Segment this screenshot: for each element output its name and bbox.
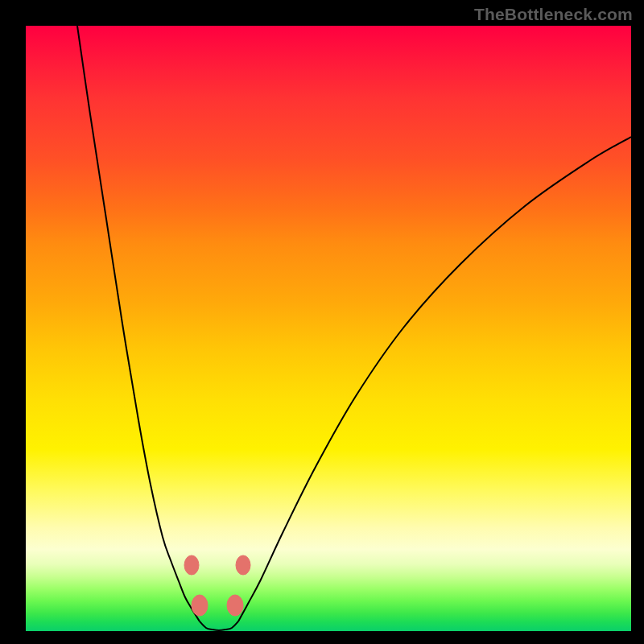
outer-frame: TheBottleneck.com [0,0,644,644]
curve-valley-floor [200,621,238,630]
valley-marker-1 [236,555,250,575]
curve-left-branch [77,26,200,621]
curve-group [77,26,631,630]
curve-right-branch [238,137,631,621]
plot-area [26,26,631,631]
valley-markers [184,555,250,616]
valley-marker-0 [184,555,199,575]
bottleneck-curve-svg [26,26,631,631]
valley-marker-3 [227,595,243,616]
watermark-text: TheBottleneck.com [474,5,633,24]
valley-marker-2 [192,595,208,616]
